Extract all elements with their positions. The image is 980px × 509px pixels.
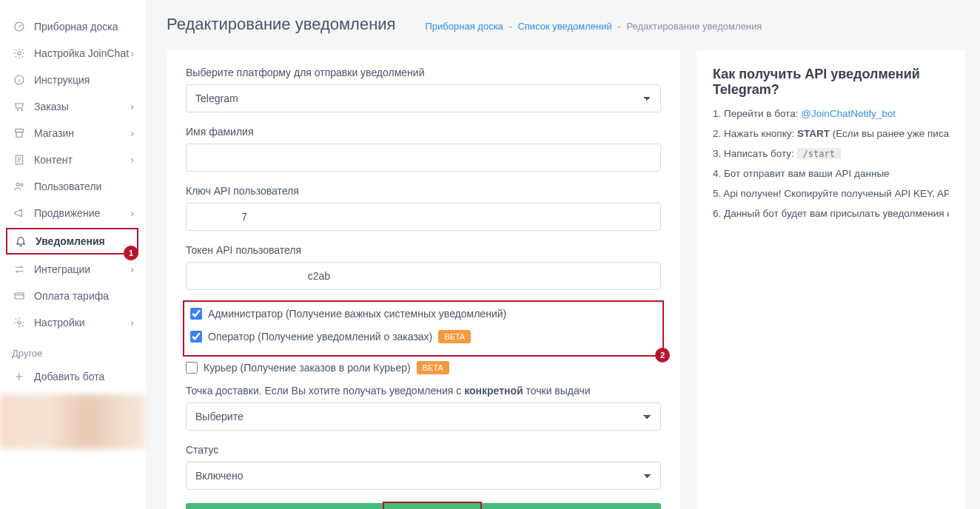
svg-rect-6 (16, 132, 22, 138)
admin-checkbox[interactable] (190, 308, 202, 320)
courier-check-label: Курьер (Получение заказов в роли Курьер) (204, 362, 411, 374)
nav-label: Заказы (34, 101, 130, 112)
help-panel: Как получить API уведолмений Telegram? 1… (697, 50, 965, 509)
annotation-marker-2: 2 (655, 348, 670, 363)
help-steps: 1. Перейти в бота: @JoinChatNotify_bot 2… (713, 108, 949, 219)
notification-form: Выберите платформу для отправки уведолме… (167, 50, 680, 509)
nav-label: Инструкция (34, 74, 134, 86)
operator-check-label: Оператор (Получение уведомлений о заказа… (208, 331, 432, 343)
nav-label: Добавить бота (34, 371, 134, 382)
save-button[interactable]: Сохранить (186, 503, 661, 509)
nav-joinchat-settings[interactable]: Настройка JoinChat › (0, 40, 146, 67)
nav-shop[interactable]: Магазин › (0, 120, 146, 146)
breadcrumb-current: Редактирование уведомления (626, 21, 762, 32)
plus-icon (12, 371, 27, 382)
nav-label: Продвижение (34, 207, 130, 219)
svg-point-1 (18, 52, 21, 55)
nav-label: Интеграции (34, 263, 130, 275)
nav-notifications[interactable]: Уведомления 1 (6, 228, 138, 254)
nav-label: Настройки (34, 317, 130, 328)
breadcrumb: Приборная доска - Список уведомлений - Р… (426, 21, 762, 32)
nav-add-bot[interactable]: Добавить бота (0, 363, 146, 390)
chevron-right-icon: › (130, 317, 134, 328)
role-checks-highlight: Администратор (Получение важных системны… (183, 300, 664, 357)
nav-label: Магазин (34, 127, 130, 139)
nav-orders[interactable]: Заказы › (0, 93, 146, 120)
beta-badge: BETA (438, 330, 471, 343)
sidebar-footer-blur (0, 394, 146, 449)
page-header: Редактирование уведомления Приборная дос… (167, 15, 965, 34)
svg-point-8 (16, 183, 19, 186)
name-input[interactable] (186, 144, 661, 172)
nav-content[interactable]: Контент › (0, 146, 146, 173)
svg-point-4 (21, 109, 22, 110)
delivery-select[interactable]: Выберите (186, 402, 661, 431)
nav-promotion[interactable]: Продвижение › (0, 200, 146, 226)
nav-settings[interactable]: Настройки › (0, 309, 146, 336)
nav-label: Приборная доска (34, 21, 134, 33)
gauge-icon (12, 21, 27, 33)
gear-icon (12, 47, 27, 59)
page-title: Редактирование уведомления (167, 15, 396, 34)
svg-point-9 (21, 183, 23, 186)
nav-instructions[interactable]: Инструкция (0, 67, 146, 93)
nav-users[interactable]: Пользователи (0, 173, 146, 200)
nav-integrations[interactable]: Интеграции › (0, 256, 146, 283)
bot-link[interactable]: @JoinChatNotify_bot (801, 108, 896, 119)
name-label: Имя фамилия (186, 126, 661, 138)
token-input[interactable] (186, 262, 661, 290)
nav-label: Контент (34, 154, 130, 166)
admin-check-label: Администратор (Получение важных системны… (208, 308, 506, 320)
document-icon (12, 154, 27, 166)
cog-icon (12, 317, 27, 328)
apikey-label: Ключ API пользователя (186, 185, 661, 197)
status-select[interactable]: Включено (186, 462, 661, 490)
nav-section-other: Другое (0, 336, 146, 363)
card-icon (12, 290, 27, 302)
info-icon (12, 74, 27, 86)
nav-dashboard[interactable]: Приборная доска (0, 13, 146, 40)
chevron-right-icon: › (130, 101, 134, 112)
platform-label: Выберите платформу для отправки уведолме… (186, 67, 661, 78)
store-icon (12, 127, 27, 139)
breadcrumb-link-dashboard[interactable]: Приборная доска (426, 21, 503, 32)
courier-checkbox[interactable] (186, 362, 198, 374)
nav-label: Настройка JoinChat (34, 47, 130, 59)
nav-label: Пользователи (34, 181, 134, 192)
chevron-right-icon: › (130, 263, 134, 275)
nav-label: Уведомления (36, 235, 131, 247)
svg-point-3 (17, 109, 18, 110)
token-label: Токен API пользователя (186, 244, 661, 256)
main-content: Редактирование уведомления Приборная дос… (146, 0, 980, 509)
chevron-right-icon: › (130, 207, 134, 219)
platform-select[interactable]: Telegram (186, 84, 661, 112)
beta-badge: BETA (417, 361, 449, 374)
code-pill: /start (797, 148, 841, 159)
delivery-label: Точка доставки. Если Вы хотите получать … (186, 385, 661, 397)
help-title: Как получить API уведолмений Telegram? (713, 67, 949, 98)
megaphone-icon (12, 207, 27, 219)
bell-icon (13, 235, 28, 247)
users-icon (12, 181, 27, 192)
chevron-right-icon: › (130, 127, 134, 139)
breadcrumb-link-list[interactable]: Список уведомлений (517, 21, 611, 32)
chevron-right-icon: › (130, 154, 134, 166)
nav-label: Оплата тарифа (34, 290, 134, 302)
arrows-icon (12, 263, 27, 275)
svg-rect-10 (15, 293, 24, 299)
apikey-input[interactable] (186, 203, 661, 231)
save-row: Сохранить 3 (186, 503, 661, 509)
nav-payment[interactable]: Оплата тарифа (0, 283, 146, 309)
status-label: Статус (186, 444, 661, 456)
sidebar: Приборная доска Настройка JoinChat › Инс… (0, 0, 146, 509)
operator-checkbox[interactable] (190, 331, 202, 343)
chevron-right-icon: › (130, 47, 134, 59)
svg-rect-5 (16, 129, 24, 132)
svg-point-11 (18, 321, 21, 324)
cart-icon (12, 101, 27, 112)
